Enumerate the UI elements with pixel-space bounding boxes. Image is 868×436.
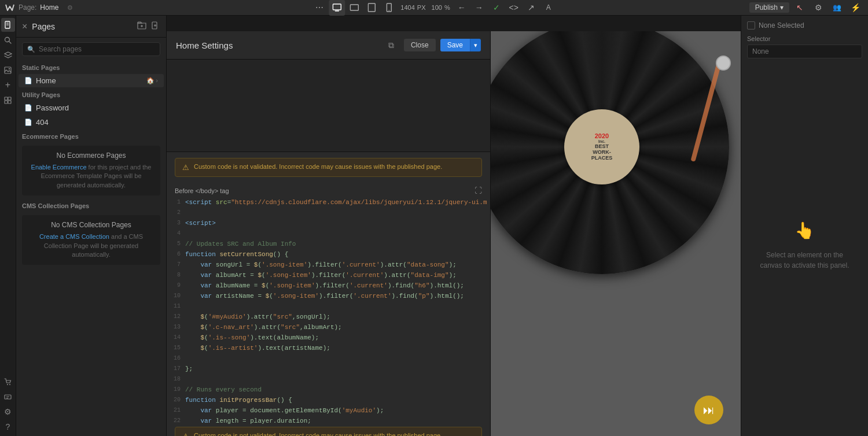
- create-cms-link[interactable]: Create a CMS Collection: [39, 233, 109, 240]
- svg-point-11: [9, 68, 10, 69]
- warning-bar-top: ⚠ Custom code is not validated. Incorrec…: [175, 158, 482, 177]
- code-line-21: 21 var player = document.getElementById(…: [169, 405, 488, 416]
- svg-point-27: [716, 56, 730, 70]
- cursor-tool-icon[interactable]: ↖: [792, 0, 808, 16]
- tablet-portrait-icon[interactable]: [363, 0, 380, 16]
- page-home-name: Home: [36, 76, 143, 85]
- share-icon[interactable]: ↗: [523, 0, 539, 16]
- redo-icon[interactable]: →: [471, 0, 487, 16]
- assets-icon[interactable]: [1, 63, 15, 77]
- cms-icon[interactable]: [1, 390, 15, 404]
- settings-title: Home Settings: [176, 40, 233, 50]
- pages-icon[interactable]: [1, 18, 15, 32]
- topbar: Page: Home ⚙ ⋯ 1404 PX 100 % ← → ✓ <> ↗: [0, 0, 868, 16]
- add-page-folder-icon[interactable]: [136, 20, 148, 32]
- page-settings-icon[interactable]: ⚙: [62, 0, 78, 16]
- components-icon[interactable]: [1, 93, 15, 107]
- code-line-1: 1 <script src="https://cdnjs.cloudflare.…: [169, 197, 488, 208]
- code-section-header: Before </body> tag ⛶: [167, 183, 490, 197]
- topbar-right: Publish ▾ ↖ ⚙ 👥 ⚡: [749, 0, 863, 16]
- add-page-icon[interactable]: [150, 20, 160, 32]
- font-icon[interactable]: A: [540, 0, 557, 16]
- warning-bottom-icon: ⚠: [182, 432, 189, 436]
- integrations-icon[interactable]: ⚙: [1, 405, 15, 419]
- code-line-9: 9 var albumName = $('.song-item').filter…: [169, 280, 488, 291]
- settings-header-actions: ⧉ Close Save ▾: [383, 37, 481, 53]
- help-icon[interactable]: ?: [1, 420, 15, 434]
- utility-pages-label: Utility Pages: [16, 88, 166, 101]
- page-item-password[interactable]: 📄 Password: [19, 101, 164, 114]
- save-dropdown-arrow[interactable]: ▾: [470, 39, 481, 51]
- publish-chevron-icon: ▾: [780, 3, 784, 12]
- lightning-icon[interactable]: ⚡: [847, 0, 863, 16]
- ecommerce-icon[interactable]: [1, 375, 15, 389]
- no-ecommerce-title: No Ecommerce Pages: [28, 152, 155, 160]
- code-line-16: 16: [169, 353, 488, 364]
- page-item-404[interactable]: 📄 404: [19, 116, 164, 129]
- publish-button[interactable]: Publish ▾: [749, 2, 789, 13]
- svg-rect-2: [368, 3, 375, 12]
- pages-panel: × Pages 🔍 Static Pages 📄 Home 🏠: [16, 16, 167, 436]
- undo-icon[interactable]: ←: [454, 0, 470, 16]
- settings-top-area: [167, 60, 490, 152]
- page-file-icon: 📄: [24, 119, 32, 126]
- svg-rect-13: [8, 97, 11, 100]
- search-icon[interactable]: [1, 33, 15, 47]
- selector-input[interactable]: [747, 45, 862, 58]
- svg-point-17: [9, 384, 10, 385]
- layers-icon[interactable]: [1, 48, 15, 62]
- close-button[interactable]: Close: [404, 39, 436, 51]
- svg-rect-26: [690, 60, 722, 162]
- add-icon[interactable]: +: [1, 78, 15, 92]
- selector-label: Selector: [747, 35, 862, 42]
- canvas-size-unit: PX: [417, 4, 426, 11]
- code-expand-button[interactable]: ⛶: [475, 186, 482, 195]
- no-ecommerce-text: Enable Ecommerce for this project and th…: [28, 163, 155, 190]
- code-line-13: 13 $('.c-nav_art').attr("src",albumArt);: [169, 322, 488, 332]
- desktop-view-icon[interactable]: [329, 0, 345, 16]
- svg-rect-0: [333, 4, 341, 10]
- copy-icon[interactable]: ⧉: [383, 37, 399, 53]
- enable-ecommerce-link[interactable]: Enable Ecommerce: [31, 164, 87, 171]
- static-pages-label: Static Pages: [16, 61, 166, 73]
- code-line-12: 12 $('#myAudio').attr("src",songUrl);: [169, 312, 488, 322]
- svg-rect-14: [5, 101, 8, 104]
- settings-gear-icon[interactable]: ⚙: [810, 0, 826, 16]
- panel-close-icon[interactable]: ×: [22, 21, 27, 32]
- home-icon[interactable]: 🏠: [146, 77, 155, 84]
- search-input[interactable]: [39, 45, 155, 53]
- users-icon[interactable]: 👥: [829, 0, 845, 16]
- code-line-3: 3 <script>: [169, 218, 488, 228]
- svg-rect-12: [5, 97, 8, 100]
- code-line-6: 6 function setCurrentSong() {: [169, 249, 488, 260]
- code-toggle-icon[interactable]: <>: [506, 0, 522, 16]
- panel-header-icons: [136, 20, 160, 32]
- page-file-icon: 📄: [24, 104, 32, 112]
- svg-rect-15: [8, 101, 11, 104]
- canvas-zoom: 100: [432, 4, 442, 11]
- check-icon[interactable]: ✓: [488, 0, 505, 16]
- mobile-icon[interactable]: [381, 0, 397, 16]
- code-line-2: 2: [169, 208, 488, 218]
- settings-header: Home Settings ⧉ Close Save ▾: [167, 31, 490, 60]
- save-button[interactable]: Save: [440, 39, 470, 51]
- code-lines: 1 <script src="https://cdnjs.cloudflare.…: [169, 197, 488, 427]
- code-line-5: 5 // Updates SRC and Album Info: [169, 239, 488, 249]
- page-label: Page:: [19, 3, 36, 12]
- warning-text-bottom: Custom code is not validated. Incorrect …: [194, 432, 442, 436]
- tablet-landscape-icon[interactable]: [346, 0, 362, 16]
- code-line-7: 7 var songUrl = $('.song-item').filter('…: [169, 260, 488, 270]
- cursor-pointer-icon: 👆: [795, 219, 815, 243]
- none-selected-checkbox[interactable]: [747, 21, 755, 29]
- page-item-home[interactable]: 📄 Home 🏠 ›: [19, 74, 164, 87]
- code-editor[interactable]: 1 <script src="https://cdnjs.cloudflare.…: [169, 197, 488, 427]
- chevron-right-icon[interactable]: ›: [156, 77, 158, 84]
- more-menu-icon[interactable]: ⋯: [311, 0, 328, 16]
- right-panel-header: None Selected: [747, 21, 862, 29]
- right-panel: None Selected Selector 👆 Select an eleme…: [741, 16, 868, 436]
- cms-pages-label: CMS Collection Pages: [16, 199, 166, 212]
- canvas-zoom-unit: %: [444, 4, 450, 11]
- code-line-22: 22 var length = player.duration;: [169, 416, 488, 426]
- no-ecommerce-box: No Ecommerce Pages Enable Ecommerce for …: [22, 146, 160, 195]
- svg-line-9: [9, 41, 12, 43]
